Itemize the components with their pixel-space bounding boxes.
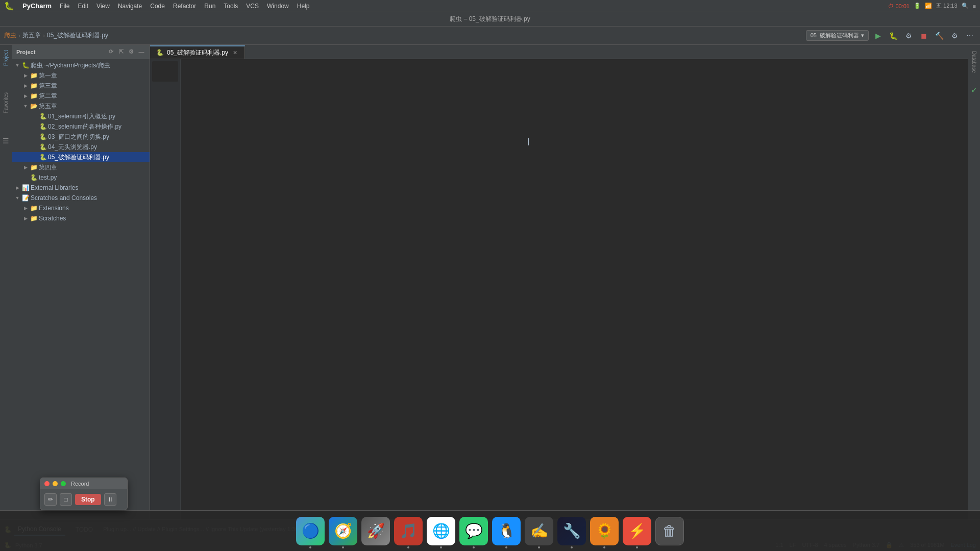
settings-icon[interactable]: ⚙ [127,48,135,56]
dock-rocket[interactable]: 🚀 [361,517,390,545]
debug-button[interactable]: 🐛 [887,30,899,42]
menu-refactor[interactable]: Refactor [173,3,196,10]
menu-wifi: 📶 [925,3,932,9]
tree-item-ch5[interactable]: ▼ 📂 第五章 [12,101,150,111]
icon-scratches: 📝 [21,194,30,202]
icon-ch5: 📂 [30,102,38,110]
dock-thunder[interactable]: ⚡ [623,517,651,545]
hide-icon[interactable]: — [137,48,145,56]
tree-item-test[interactable]: 🐍 test.py [12,172,150,183]
record-dot-red[interactable] [44,481,50,486]
record-stop-button[interactable]: Stop [75,494,101,505]
menu-window[interactable]: Window [267,3,289,10]
favorites-tab-label[interactable]: Favorites [2,89,10,116]
structure-icon[interactable]: ☰ [3,137,9,145]
tab-close-button[interactable]: ✕ [231,49,238,56]
label-ch2: 第二章 [39,92,57,101]
collapse-icon[interactable]: ⇱ [117,48,125,56]
record-dot-yellow[interactable] [53,481,58,486]
editor-tab-active[interactable]: 🐍 05_破解验证码利器.py ✕ [150,45,245,59]
menu-code[interactable]: Code [150,3,165,10]
run-button[interactable]: ▶ [872,30,884,42]
label-extlib: External Libraries [31,184,78,191]
dock-wechat[interactable]: 💬 [459,517,488,545]
project-tab-label[interactable]: Project [2,47,10,69]
menu-help[interactable]: Help [297,3,310,10]
icon-ch2: 📁 [30,92,38,100]
breadcrumb: 爬虫 › 第五章 › 05_破解验证码利器.py [4,31,108,40]
thunder-dot [636,546,638,548]
chrome-dot [440,546,442,548]
panel-title: Project [16,49,35,55]
settings-button[interactable]: ⚙ [948,30,961,42]
stop-button[interactable]: ◼ [918,30,930,42]
menu-battery: 🔋 [914,3,921,9]
tab-label: 05_破解验证码利器.py [167,48,228,57]
panel-header-icons: ⟳ ⇱ ⚙ — [107,48,145,56]
record-dot-green[interactable] [61,481,66,486]
tree-item-ch3[interactable]: ▶ 📁 第三章 [12,81,150,91]
menu-vcs[interactable]: VCS [246,3,259,10]
sync-icon[interactable]: ⟳ [107,48,115,56]
label-f5: 05_破解验证码利器.py [48,153,109,162]
tree-item-extlib[interactable]: ▶ 📊 External Libraries [12,183,150,193]
tree-item-scratches[interactable]: ▼ 📝 Scratches and Consoles [12,193,150,203]
breadcrumb-root[interactable]: 爬虫 [4,31,16,40]
tree-item-f3[interactable]: 🐍 03_窗口之间的切换.py [12,132,150,142]
wechat-dot [473,546,475,548]
menu-run[interactable]: Run [204,3,215,10]
titlebar: 爬虫 – 05_破解验证码利器.py [0,12,980,27]
dock-sunflower[interactable]: 🌻 [590,517,619,545]
tree-item-f2[interactable]: 🐍 02_selenium的各种操作.py [12,121,150,132]
menu-control-icon[interactable]: ≡ [973,3,976,9]
database-tab[interactable]: Database [969,49,979,75]
menu-navigate[interactable]: Navigate [118,3,142,10]
tree-item-root[interactable]: ▼ 🐛 爬虫 ~/PycharmProjects/爬虫 [12,60,150,70]
dock-pycharm[interactable]: 🔧 [557,517,586,545]
breadcrumb-sep1: › [18,32,20,39]
main-layout: Project Favorites ☰ Project ⟳ ⇱ ⚙ — ▼ 🐛 … [0,45,980,519]
checkmark-icon[interactable]: ✓ [971,85,977,95]
menu-view[interactable]: View [96,3,110,10]
arrow-f4 [31,143,39,151]
breadcrumb-ch5[interactable]: 第五章 [22,31,41,40]
run-config-selector[interactable]: 05_破解验证码利器 ▾ [806,30,869,41]
build-button[interactable]: 🔨 [933,30,945,42]
editor-content[interactable] [150,59,968,519]
record-pause-button[interactable]: ⏸ [104,493,116,506]
rocket-icon: 🚀 [367,522,385,539]
label-ch1: 第一章 [39,71,57,80]
dock-trash[interactable]: 🗑 [655,517,684,545]
menu-search-icon[interactable]: 🔍 [962,3,969,9]
tree-item-ch1[interactable]: ▶ 📁 第一章 [12,70,150,81]
dock-chrome[interactable]: 🌐 [427,517,455,545]
tree-item-f1[interactable]: 🐍 01_selenium引入概述.py [12,111,150,121]
dock-finder[interactable]: 🔵 [296,517,325,545]
icon-ch3: 📁 [30,82,38,90]
netease-icon: 🎵 [400,522,418,539]
breadcrumb-file[interactable]: 05_破解验证码利器.py [47,31,108,40]
dock-safari[interactable]: 🧭 [329,517,357,545]
coverage-button[interactable]: ⚙ [902,30,915,42]
tree-item-sc[interactable]: ▶ 📁 Scratches [12,213,150,223]
dock-typora[interactable]: ✍ [525,517,553,545]
arrow-test [21,173,30,182]
menu-tools[interactable]: Tools [224,3,238,10]
dock-qq[interactable]: 🐧 [492,517,521,545]
label-sc: Scratches [39,215,66,222]
tree-item-f4[interactable]: 🐍 04_无头浏览器.py [12,142,150,152]
tree-item-ch4[interactable]: ▶ 📁 第四章 [12,162,150,172]
dock-netease[interactable]: 🎵 [394,517,423,545]
tree-item-f5[interactable]: 🐍 05_破解验证码利器.py [12,152,150,162]
menu-edit[interactable]: Edit [78,3,88,10]
code-editor[interactable] [181,59,968,519]
menu-datetime: 五 12:13 [936,2,958,10]
record-dialog: Record ✏ □ Stop ⏸ [40,478,128,510]
record-square-button[interactable]: □ [60,493,72,506]
tree-item-ch2[interactable]: ▶ 📁 第二章 [12,91,150,101]
menu-file[interactable]: File [60,3,69,10]
tree-item-ext[interactable]: ▶ 📁 Extensions [12,203,150,213]
record-pencil-button[interactable]: ✏ [44,493,57,506]
record-title: Record [71,481,89,487]
more-button[interactable]: ⋯ [964,30,976,42]
